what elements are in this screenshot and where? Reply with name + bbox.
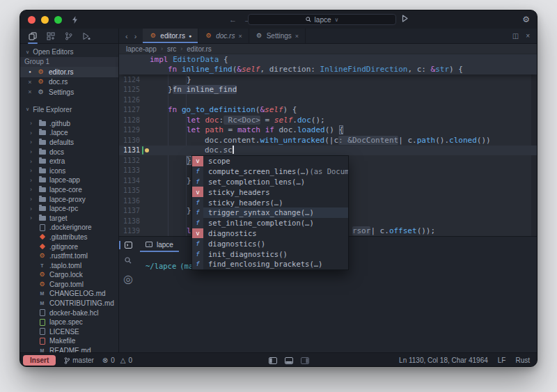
open-editor-item-editor.rs[interactable]: ●⚙editor.rs — [20, 67, 118, 77]
editor-tab-Settings[interactable]: ⚙Settings× — [249, 29, 306, 43]
line-number: 1127 — [119, 106, 140, 113]
problems-indicator[interactable]: ⊗ 0 △ 0 — [102, 356, 132, 364]
terminal-tab[interactable]: › lapce — [137, 237, 182, 252]
tree-item-.gitattributes[interactable]: .gitattributes — [20, 233, 118, 242]
folder-icon — [38, 176, 46, 184]
code-line-1126[interactable]: 1126 — [119, 95, 537, 105]
code-line-1129[interactable]: 1129let path = match if doc.loaded() { — [119, 125, 537, 136]
breadcrumb-item[interactable]: lapce-app — [126, 45, 157, 53]
completion-item-trigger_syntax_change(…)[interactable]: ftrigger_syntax_change(…) — [192, 207, 348, 218]
language-indicator[interactable]: Rust — [515, 356, 530, 364]
sticky-code-line[interactable]: impl EditorData { — [119, 54, 537, 65]
function-kind-icon: f — [192, 238, 203, 249]
tree-item-CHANGELOG.md[interactable]: MCHANGELOG.md — [20, 289, 118, 299]
tree-item-defaults[interactable]: ›defaults — [20, 138, 118, 148]
close-tab-icon[interactable]: × — [295, 33, 299, 40]
completion-item-find_enclosing_brackets(…)[interactable]: ffind_enclosing_brackets(…) — [192, 259, 348, 269]
tree-item-lapce-core[interactable]: ›lapce-core — [20, 185, 118, 195]
search-panel-icon[interactable] — [119, 257, 137, 264]
terminal-panel-icon[interactable] — [119, 242, 137, 249]
code-line-1125[interactable]: 1125}fn inline_find — [119, 85, 537, 95]
code-line-1128[interactable]: 1128let doc: Rc<Doc> = self.doc(); — [119, 115, 537, 125]
code-line-1130[interactable]: 1130doc.content.with_untracked(|c: &DocC… — [119, 135, 537, 146]
maximize-window-button[interactable] — [54, 16, 62, 24]
tree-item-.dockerignore[interactable]: .dockerignore — [20, 223, 118, 233]
close-tab-icon[interactable]: × — [238, 33, 242, 40]
folder-icon — [38, 120, 46, 127]
tree-item-Makefile[interactable]: Makefile — [20, 336, 118, 346]
eol-indicator[interactable]: LF — [498, 356, 506, 364]
explorer-panel-icon[interactable] — [29, 29, 37, 44]
toggle-left-panel-icon[interactable] — [269, 357, 277, 364]
completion-item-init_diagnostics()[interactable]: finit_diagnostics() — [192, 249, 348, 259]
editor-tab-editor.rs[interactable]: ⚙editor.rs● — [143, 29, 198, 43]
tree-item-.taplo.toml[interactable]: T.taplo.toml — [20, 260, 118, 270]
minimize-window-button[interactable] — [41, 16, 49, 24]
completion-item-compute_screen_lines(…)[interactable]: fcompute_screen_lines(…) (as Document) — [192, 166, 348, 177]
git-branch-indicator[interactable]: master — [64, 356, 94, 364]
status-right: Ln 1130, Col 18, Char 41964 LF Rust — [399, 356, 537, 364]
folder-icon — [38, 148, 46, 156]
split-editor-icon[interactable]: ◫ — [512, 32, 519, 40]
back-button[interactable]: ← — [229, 15, 237, 24]
editor-tab-doc.rs[interactable]: ⚙doc.rs× — [198, 29, 249, 43]
tree-item-Cargo.lock[interactable]: ⚙Cargo.lock — [20, 270, 118, 280]
tree-item-lapce-rpc[interactable]: ›lapce-rpc — [20, 204, 118, 214]
breadcrumb-item[interactable]: src — [167, 45, 176, 53]
code-line-1127[interactable]: 1127fn go_to_definition(&self) { — [119, 105, 537, 116]
remote-connection-icon[interactable] — [72, 16, 78, 24]
problems-panel-icon[interactable]: ◎ — [119, 272, 137, 285]
sticky-code-line[interactable]: fn inline_find(&self, direction: InlineF… — [119, 65, 537, 75]
completion-item-scope[interactable]: vscope — [192, 156, 348, 166]
tree-item-.rustfmt.toml[interactable]: ⚙.rustfmt.toml — [20, 251, 118, 261]
open-editor-item-doc.rs[interactable]: ×⚙doc.rs — [20, 77, 118, 88]
source-control-panel-icon[interactable] — [65, 29, 72, 44]
tree-item-README.md[interactable]: MREADME.md — [20, 346, 118, 352]
tree-item-target[interactable]: ›target — [20, 213, 118, 223]
tree-item-Cargo.toml[interactable]: ⚙Cargo.toml — [20, 280, 118, 290]
tree-item-docker-bake.hcl[interactable]: docker-bake.hcl — [20, 308, 118, 317]
tree-item-icons[interactable]: ›icons — [20, 166, 118, 175]
tab-back-button[interactable]: ‹ — [125, 32, 128, 40]
breadcrumb-item[interactable]: editor.rs — [187, 45, 212, 53]
tree-item-lapce-app[interactable]: ›lapce-app — [20, 175, 118, 185]
plugins-panel-icon[interactable] — [47, 29, 55, 44]
toggle-bottom-panel-icon[interactable] — [285, 357, 293, 364]
command-palette-input[interactable]: lapce ∨ — [248, 14, 396, 25]
tree-item-docs[interactable]: ›docs — [20, 147, 118, 157]
cursor-position[interactable]: Ln 1130, Col 18, Char 41964 — [399, 356, 488, 364]
toggle-right-panel-icon[interactable] — [301, 357, 309, 364]
completion-item-set_completion_lens(…)[interactable]: fset_completion_lens(…) — [192, 177, 348, 187]
close-icon[interactable]: × — [27, 79, 33, 86]
mode-badge[interactable]: Insert — [23, 355, 56, 366]
tree-item-CONTRIBUTING.md[interactable]: MCONTRIBUTING.md — [20, 299, 118, 308]
tree-item-.github[interactable]: ›.github — [20, 119, 118, 129]
close-icon[interactable]: × — [27, 88, 33, 95]
open-editors-header[interactable]: ∨ Open Editors — [20, 47, 118, 57]
tree-item-extra[interactable]: ›extra — [20, 157, 118, 166]
completion-label: set_completion_lens(…) — [208, 178, 305, 186]
tree-item-lapce-proxy[interactable]: ›lapce-proxy — [20, 194, 118, 204]
completion-item-set_inline_completion(…)[interactable]: fset_inline_completion(…) — [192, 218, 348, 228]
completion-item-sticky_headers(…)[interactable]: fsticky_headers(…) — [192, 197, 348, 207]
lightbulb-icon[interactable] — [145, 148, 149, 152]
tree-item-lapce.spec[interactable]: lapce.spec — [20, 317, 118, 327]
settings-gear-icon[interactable]: ⚙ — [522, 15, 530, 24]
run-button[interactable] — [402, 15, 408, 22]
completion-item-diagnostics()[interactable]: fdiagnostics() — [192, 238, 348, 249]
debug-panel-icon[interactable] — [82, 29, 91, 44]
line-number: 1139 — [119, 227, 140, 235]
tree-item-LICENSE[interactable]: LICENSE — [20, 327, 118, 337]
palette-query: lapce — [315, 16, 331, 24]
code-line-1131[interactable]: 1131doc.sc — [119, 146, 537, 156]
open-editor-item-Settings[interactable]: ×⚙Settings — [20, 87, 118, 97]
completion-item-diagnostics[interactable]: vdiagnostics — [192, 228, 348, 239]
tree-item-.lapce[interactable]: ›.lapce — [20, 128, 118, 138]
close-window-button[interactable] — [28, 16, 36, 24]
tree-item-.gitignore[interactable]: .gitignore — [20, 242, 118, 251]
file-explorer-header[interactable]: ∨ File Explorer — [20, 104, 118, 115]
code-line-1124[interactable]: 1124} — [119, 75, 537, 85]
completion-item-sticky_headers[interactable]: vsticky_headers — [192, 187, 348, 197]
close-editor-icon[interactable]: × — [526, 32, 530, 40]
tab-forward-button[interactable]: › — [134, 32, 137, 40]
